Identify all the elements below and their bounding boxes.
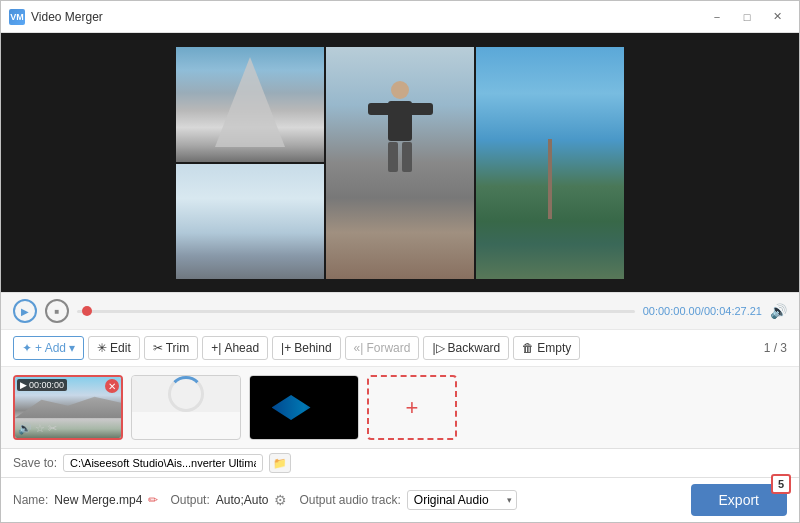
audio-track-select[interactable]: Original Audio xyxy=(407,490,517,510)
audio-label: Output audio track: xyxy=(299,493,400,507)
window-title: Video Merger xyxy=(31,10,703,24)
add-button[interactable]: ✦ + Add ▾ xyxy=(13,336,84,360)
app-icon: VM xyxy=(9,9,25,25)
time-label: 00:00:00 xyxy=(29,380,64,390)
timeline-item-1[interactable]: ▶ 00:00:00 ✕ 🔊 ☆ ✂ xyxy=(13,375,123,440)
progress-track[interactable] xyxy=(77,310,635,313)
video-icon: ▶ xyxy=(20,380,27,390)
audio-icon: 🔊 xyxy=(18,422,32,435)
name-value: New Merge.mp4 xyxy=(54,493,142,507)
forward-button[interactable]: «| Forward xyxy=(345,336,420,360)
remove-item-1[interactable]: ✕ xyxy=(105,379,119,393)
audio-select-wrapper: Original Audio ▾ xyxy=(407,490,517,510)
person-body xyxy=(388,101,412,141)
empty-button[interactable]: 🗑 Empty xyxy=(513,336,580,360)
empty-icon: 🗑 xyxy=(522,341,534,355)
person-arms xyxy=(368,103,433,115)
output-label: Output: xyxy=(170,493,209,507)
backward-icon: |▷ xyxy=(432,341,444,355)
timeline-item-2[interactable] xyxy=(131,375,241,440)
ahead-icon: +| xyxy=(211,341,221,355)
save-to-row: Save to: 📁 xyxy=(1,448,799,477)
output-field: Output: Auto;Auto ⚙ xyxy=(170,492,287,508)
bottom-icons-1: 🔊 ☆ ✂ xyxy=(18,422,57,435)
add-icon: ✦ xyxy=(22,341,32,355)
output-settings-icon[interactable]: ⚙ xyxy=(274,492,287,508)
backward-button[interactable]: |▷ Backward xyxy=(423,336,509,360)
stop-button[interactable]: ■ xyxy=(45,299,69,323)
time-total: 00:04:27.21 xyxy=(704,305,762,317)
thumb-video-1: ▶ 00:00:00 ✕ 🔊 ☆ ✂ xyxy=(15,377,121,438)
preview-person xyxy=(326,47,474,279)
preview-eiffel xyxy=(476,47,624,279)
ahead-button[interactable]: +| Ahead xyxy=(202,336,268,360)
trim-button[interactable]: ✂ Trim xyxy=(144,336,199,360)
name-edit-icon[interactable]: ✏ xyxy=(148,493,158,507)
name-label: Name: xyxy=(13,493,48,507)
save-label: Save to: xyxy=(13,456,57,470)
time-current: 00:00:00.00 xyxy=(643,305,701,317)
add-dropdown-icon: ▾ xyxy=(69,341,75,355)
edit-icon: ✳ xyxy=(97,341,107,355)
minimize-button[interactable]: − xyxy=(703,7,731,27)
browse-folder-button[interactable]: 📁 xyxy=(269,453,291,473)
save-path-input[interactable] xyxy=(63,454,263,472)
toolbar: ✦ + Add ▾ ✳ Edit ✂ Trim +| Ahead |+ Behi… xyxy=(1,329,799,367)
step-badge: 5 xyxy=(771,474,791,494)
audio-track-field: Output audio track: Original Audio ▾ xyxy=(299,490,516,510)
preview-grid xyxy=(176,47,624,279)
preview-snow xyxy=(176,164,324,279)
cut-icon: ✂ xyxy=(48,422,57,435)
timeline-area: ▶ 00:00:00 ✕ 🔊 ☆ ✂ xyxy=(1,367,799,448)
forward-icon: «| xyxy=(354,341,364,355)
main-window: VM Video Merger − □ ✕ xyxy=(0,0,800,523)
preview-mountain-top xyxy=(176,47,324,162)
edit-button[interactable]: ✳ Edit xyxy=(88,336,140,360)
window-controls: − □ ✕ xyxy=(703,7,791,27)
fish-shape xyxy=(272,395,337,420)
behind-icon: |+ xyxy=(281,341,291,355)
name-field: Name: New Merge.mp4 ✏ xyxy=(13,493,158,507)
person-leg-right xyxy=(402,142,412,172)
thumb-dark-3 xyxy=(250,376,358,439)
time-display: 00:00:00.00/00:04:27.21 xyxy=(643,305,762,317)
star-icon: ☆ xyxy=(35,422,45,435)
progress-indicator[interactable] xyxy=(82,306,92,316)
play-button[interactable]: ▶ xyxy=(13,299,37,323)
page-counter: 1 / 3 xyxy=(764,341,787,355)
volume-icon[interactable]: 🔊 xyxy=(770,303,787,319)
thumb-loading-2 xyxy=(132,376,240,412)
playback-controls: ▶ ■ 00:00:00.00/00:04:27.21 🔊 xyxy=(1,292,799,329)
person-head xyxy=(391,81,409,99)
export-area: 5 Export xyxy=(691,484,787,516)
preview-area xyxy=(1,33,799,292)
timeline-badge-1: ▶ 00:00:00 xyxy=(17,379,67,391)
person-figure xyxy=(388,81,412,172)
timeline-item-3[interactable] xyxy=(249,375,359,440)
close-button[interactable]: ✕ xyxy=(763,7,791,27)
person-leg-left xyxy=(388,142,398,172)
person-legs xyxy=(388,142,412,172)
timeline-add-button[interactable]: + xyxy=(367,375,457,440)
loading-spinner xyxy=(168,376,204,412)
behind-button[interactable]: |+ Behind xyxy=(272,336,341,360)
bottom-bar: Name: New Merge.mp4 ✏ Output: Auto;Auto … xyxy=(1,477,799,522)
maximize-button[interactable]: □ xyxy=(733,7,761,27)
trim-icon: ✂ xyxy=(153,341,163,355)
titlebar: VM Video Merger − □ ✕ xyxy=(1,1,799,33)
output-value: Auto;Auto xyxy=(216,493,269,507)
